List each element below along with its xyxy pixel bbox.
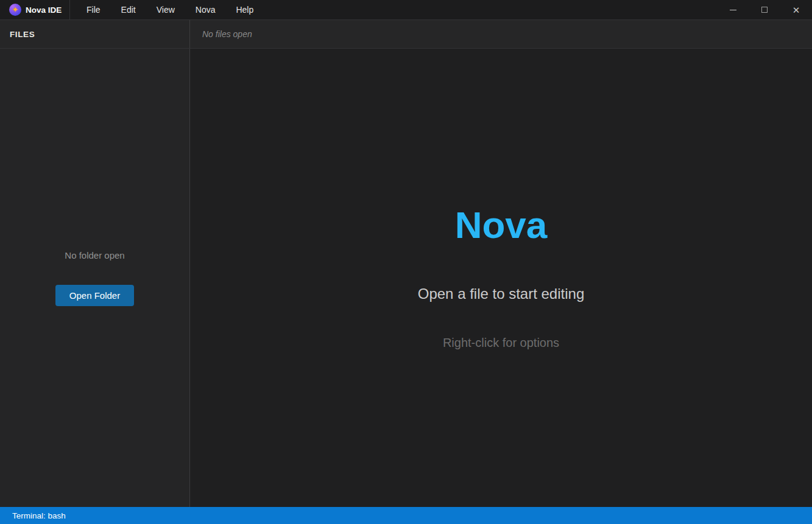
window-controls: ✕: [717, 0, 812, 19]
app-logo-section: ✦ Nova IDE: [0, 0, 70, 19]
welcome-subtitle: Open a file to start editing: [418, 285, 585, 302]
files-header-label: FILES: [10, 30, 35, 39]
menu-view[interactable]: View: [146, 0, 185, 19]
welcome-hint: Right-click for options: [443, 336, 559, 350]
sidebar-header: FILES: [0, 20, 190, 48]
tabbar: No files open: [190, 20, 812, 48]
menu-file[interactable]: File: [76, 0, 111, 19]
maximize-button[interactable]: [749, 0, 780, 19]
close-icon: ✕: [793, 5, 800, 15]
welcome-title: Nova: [455, 206, 548, 244]
statusbar: Terminal: bash: [0, 507, 812, 524]
body-row: No folder open Open Folder Nova Open a f…: [0, 49, 812, 507]
tabbar-empty-text: No files open: [202, 29, 252, 39]
maximize-icon: [761, 7, 768, 13]
menu-nova[interactable]: Nova: [185, 0, 226, 19]
menubar: File Edit View Nova Help: [76, 0, 264, 19]
close-button[interactable]: ✕: [780, 0, 812, 19]
terminal-status-label[interactable]: Terminal: bash: [12, 511, 66, 520]
file-explorer-sidebar[interactable]: No folder open Open Folder: [0, 49, 190, 507]
menu-help[interactable]: Help: [225, 0, 264, 19]
minimize-button[interactable]: [717, 0, 749, 19]
header-row: FILES No files open: [0, 20, 812, 49]
minimize-icon: [730, 10, 736, 10]
menu-edit[interactable]: Edit: [111, 0, 146, 19]
titlebar: ✦ Nova IDE File Edit View Nova Help ✕: [0, 0, 812, 20]
editor-welcome-pane[interactable]: Nova Open a file to start editing Right-…: [190, 49, 812, 507]
nova-logo-icon: ✦: [9, 4, 21, 16]
app-title: Nova IDE: [26, 5, 62, 15]
no-folder-open-text: No folder open: [65, 250, 124, 260]
open-folder-button[interactable]: Open Folder: [55, 285, 134, 306]
